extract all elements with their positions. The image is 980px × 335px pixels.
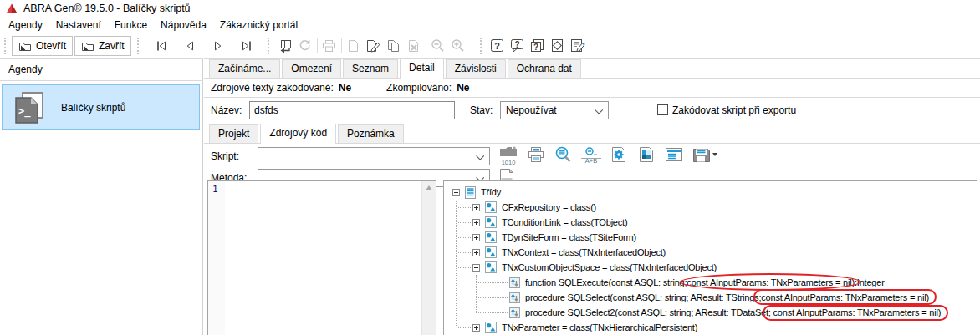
name-state-row: Název: Stav: Nepoužívat Zakódovat skript… bbox=[204, 98, 980, 124]
tree-node-label: CFxRepository = class() bbox=[502, 202, 596, 212]
zoom-out-icon[interactable] bbox=[428, 36, 448, 56]
tree-node-method[interactable]: procedure SQLSelect(const ASQL: string; … bbox=[444, 290, 977, 305]
state-select[interactable]: Nepoužívat bbox=[500, 101, 609, 119]
save-icon[interactable] bbox=[692, 146, 718, 165]
svg-text:?: ? bbox=[494, 41, 500, 51]
sidebar-item-label: Balíčky skriptů bbox=[61, 102, 125, 114]
replace-label: A+B bbox=[581, 158, 601, 164]
tab-projekt[interactable]: Projekt bbox=[209, 124, 258, 143]
script-settings-icon[interactable] bbox=[609, 146, 629, 165]
expand-icon[interactable] bbox=[472, 249, 480, 256]
save-menu-arrow-icon bbox=[712, 153, 717, 156]
state-select-value: Nepoužívat bbox=[506, 104, 557, 116]
tab-poznamka[interactable]: Poznámka bbox=[338, 124, 404, 143]
class-icon bbox=[485, 201, 497, 213]
class-icon bbox=[485, 246, 497, 258]
tree-node-method[interactable]: procedure SQLSelect2(const ASQL: string;… bbox=[444, 305, 977, 320]
abra-logo-icon bbox=[6, 3, 18, 13]
scroll-up-icon[interactable] bbox=[426, 185, 432, 190]
abra-gen-window: { "window": { "title": "ABRA Gen® 19.5.0… bbox=[0, 0, 980, 335]
encoded-value: Ne bbox=[339, 82, 351, 94]
menu-nastaveni[interactable]: Nastavení bbox=[49, 17, 108, 33]
previous-record-icon[interactable] bbox=[180, 36, 200, 56]
wizard-icon[interactable] bbox=[548, 36, 568, 56]
context-help-icon[interactable]: ? bbox=[508, 36, 528, 56]
collapse-icon[interactable] bbox=[472, 264, 480, 272]
tree-node-class[interactable]: TDynSiteForm = class(TSiteForm) bbox=[444, 230, 977, 245]
collapse-icon[interactable] bbox=[452, 189, 460, 196]
open-button[interactable]: Otevřít bbox=[12, 36, 73, 56]
name-input[interactable] bbox=[249, 101, 455, 119]
toolbar-gripper bbox=[268, 38, 271, 54]
tab-omezeni[interactable]: Omezení bbox=[282, 59, 341, 78]
method-icon bbox=[509, 307, 520, 318]
tab-zdrojovy-kod[interactable]: Zdrojový kód bbox=[260, 124, 336, 144]
tree-node-tridy[interactable]: Třídy bbox=[444, 185, 977, 200]
toolbar-gripper bbox=[480, 38, 483, 54]
search-source-icon[interactable] bbox=[554, 146, 574, 165]
tab-seznam[interactable]: Seznam bbox=[343, 59, 398, 78]
method-icon bbox=[509, 292, 520, 303]
close-folder-icon bbox=[81, 40, 94, 52]
find-replace-icon[interactable]: A+B bbox=[581, 146, 601, 164]
toolbar-separator bbox=[341, 38, 342, 53]
copy-record-icon[interactable] bbox=[384, 36, 404, 56]
expand-icon[interactable] bbox=[472, 219, 480, 226]
editor-scrollbar[interactable] bbox=[421, 181, 436, 335]
tree-node-class[interactable]: CFxRepository = class() bbox=[444, 200, 977, 215]
record-navigation bbox=[151, 36, 257, 56]
tree-node-class[interactable]: TConditionLink = class(TObject) bbox=[444, 215, 977, 230]
print-source-icon[interactable] bbox=[526, 146, 546, 165]
help-topics-icon[interactable]: ? bbox=[528, 36, 548, 56]
menu-agendy[interactable]: Agendy bbox=[2, 17, 49, 33]
tree-node-class[interactable]: TNxParameter = class(TNxHierarchicalPers… bbox=[444, 320, 977, 335]
tree-node-class[interactable]: TNxContext = class(TNxInterfacedObject) bbox=[444, 245, 977, 260]
source-code-area: Skript: 1010 A+B bbox=[204, 143, 980, 335]
expand-icon[interactable] bbox=[472, 324, 480, 332]
expand-icon[interactable] bbox=[472, 204, 480, 211]
print-icon[interactable] bbox=[319, 36, 339, 56]
tree-node-method[interactable]: function SQLExecute(const ASQL: string; … bbox=[444, 275, 977, 290]
script-preview-icon[interactable] bbox=[636, 146, 656, 165]
close-button[interactable]: Zavřít bbox=[74, 36, 131, 56]
new-record-icon[interactable] bbox=[344, 36, 364, 56]
tab-zavislosti[interactable]: Závislosti bbox=[446, 59, 506, 78]
tab-detail[interactable]: Detail bbox=[400, 58, 444, 79]
tree-node-class[interactable]: TNxCustomObjectSpace = class(TNxInterfac… bbox=[444, 260, 977, 275]
edit-record-icon[interactable] bbox=[364, 36, 384, 56]
annotated-parameter: const AInputParams: TNxParameters = nil)… bbox=[687, 277, 856, 287]
feedback-icon[interactable] bbox=[568, 36, 588, 56]
inner-tab-bar: Projekt Zdrojový kód Poznámka bbox=[204, 125, 980, 144]
compiled-binary-icon[interactable]: 1010 bbox=[498, 146, 518, 165]
state-label: Stav: bbox=[470, 104, 493, 116]
code-editor[interactable]: 1 bbox=[207, 180, 436, 335]
tab-ochrana-dat[interactable]: Ochrana dat bbox=[508, 59, 581, 78]
toolbar-gripper bbox=[4, 38, 8, 54]
method-signature-prefix: procedure SQLSelect(const ASQL: string; … bbox=[525, 292, 761, 302]
script-select[interactable] bbox=[258, 147, 490, 165]
menu-napoveda[interactable]: Nápověda bbox=[154, 17, 213, 33]
expand-icon[interactable] bbox=[472, 234, 480, 241]
script-icon-strip: 1010 A+B bbox=[498, 146, 718, 165]
last-record-icon[interactable] bbox=[237, 36, 257, 56]
menu-funkce[interactable]: Funkce bbox=[108, 17, 154, 33]
first-record-icon[interactable] bbox=[151, 36, 171, 56]
script-list-icon[interactable] bbox=[664, 146, 684, 165]
next-record-icon[interactable] bbox=[208, 36, 228, 56]
method-signature-prefix: procedure SQLSelect2(const ASQL: string;… bbox=[525, 307, 768, 317]
menu-zakaznicky-portal[interactable]: Zákaznický portál bbox=[213, 17, 304, 33]
toolbar: Otevřít Zavřít bbox=[0, 33, 980, 58]
class-icon bbox=[485, 216, 497, 228]
refresh-icon[interactable] bbox=[295, 36, 315, 56]
zoom-in-icon[interactable] bbox=[448, 36, 468, 56]
tab-zaciname[interactable]: Začínáme... bbox=[209, 59, 280, 78]
sidebar-header: Agendy bbox=[0, 59, 202, 81]
tree-node-label: TNxCustomObjectSpace = class(TNxInterfac… bbox=[502, 262, 717, 272]
sidebar-item-balicky-skriptu[interactable]: >_ Balíčky skriptů bbox=[2, 84, 200, 130]
editor-text-area[interactable] bbox=[225, 181, 421, 335]
delete-record-icon[interactable] bbox=[404, 36, 424, 56]
refresh-agenda-icon[interactable] bbox=[275, 36, 295, 56]
binary-label: 1010 bbox=[498, 160, 518, 165]
help-icon[interactable]: ? bbox=[487, 36, 508, 56]
encode-on-export-checkbox[interactable] bbox=[657, 104, 668, 115]
